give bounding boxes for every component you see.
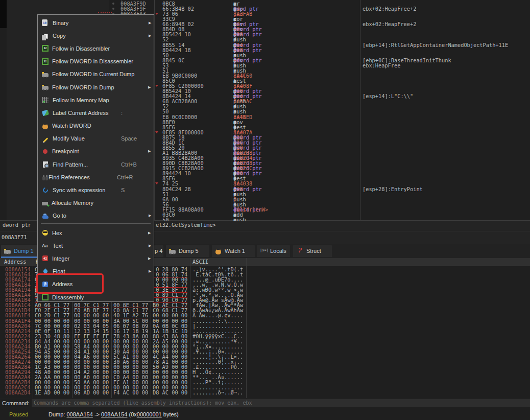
bp-icon: [43, 149, 47, 154]
dump-header-ascii: ASCII: [192, 258, 208, 266]
sync-icon: [42, 186, 49, 194]
dump-row[interactable]: 008AA1E4C0 2D C1 7700 00 00 0040 1E A2 7…: [0, 313, 530, 318]
menu-item-follow-in-disassembler[interactable]: Follow in Disassembler: [38, 42, 154, 55]
dump-status-arrow: ->: [93, 411, 101, 417]
menu-item-shortcut: Ctrl+R: [117, 174, 143, 180]
submenu-arrow-icon: ▶: [149, 244, 151, 248]
submenu-arrow-icon: ▶: [148, 149, 151, 153]
dump-row[interactable]: 008AA2D41E AD 00 0006 AD 00 00F4 AC 00 0…: [0, 390, 530, 395]
menu-item-shortcut: :: [121, 110, 148, 116]
locals-icon: [260, 247, 267, 254]
cat-icon: [42, 125, 48, 129]
menu-item-modify-value[interactable]: Modify ValueSpace: [38, 132, 154, 145]
menu-item-breakpoint[interactable]: Breakpoint▶: [38, 145, 154, 158]
tab-label: Locals: [270, 248, 286, 254]
command-input[interactable]: [32, 399, 530, 407]
pencil-icon: [43, 137, 49, 143]
menu-item-find-pattern[interactable]: Find Pattern...Ctrl+B: [38, 158, 154, 171]
tab-struct[interactable]: Struct: [293, 245, 332, 257]
menu-item-label: Hex: [52, 230, 121, 236]
dump-hex-group: 1E AD 00 00: [35, 390, 69, 395]
debugger-state-badge: Paused: [9, 411, 28, 417]
menu-item-label: Follow DWORD in Disassembler: [52, 58, 121, 64]
annotation-highlight-box: [36, 273, 104, 294]
cat-icon: [215, 250, 221, 254]
menu-item-allocate-memory[interactable]: Allocate Memory: [38, 197, 154, 209]
disassembly-row[interactable]: 008A3F9F66:3B4B 02cmp cx,word ptr ds:[eb…: [0, 6, 530, 11]
command-label: Command:: [2, 400, 30, 406]
truck-icon: [42, 73, 49, 77]
jump-direction-icon: [155, 13, 158, 15]
menu-item-sync-with-expression[interactable]: Sync with expressionS: [38, 183, 154, 196]
instruction-comment: ebx:HeapFree: [363, 63, 400, 68]
menu-item-follow-in-memory-map[interactable]: Follow in Memory Map: [38, 94, 154, 106]
tab-label: Dump 5: [179, 248, 199, 254]
submenu-arrow-icon: ▶: [148, 256, 151, 261]
breakpoint-dot-icon[interactable]: [112, 8, 114, 10]
tab-dump-5[interactable]: Dump 5: [166, 245, 209, 257]
current-address-label: 008A3F71: [2, 234, 27, 241]
tab-dump-1[interactable]: Dump 1: [1, 245, 37, 257]
menu-item-label: Label Current Address: [53, 110, 121, 116]
menu-item-copy[interactable]: Copy▶: [38, 29, 154, 42]
submenu-arrow-icon: ▶: [149, 34, 151, 38]
menu-item-label: Integer: [52, 255, 121, 262]
menu-item-follow-dword-in-disassembler[interactable]: Follow DWORD in Disassembler: [38, 55, 154, 68]
truck-icon: [169, 250, 176, 254]
menu-item-label: Go to: [53, 213, 121, 219]
menu-item-follow-dword-in-dump[interactable]: Follow DWORD in Dump▶: [38, 81, 154, 94]
disassembly-row[interactable]: 008A3F9D0BC8or ecx,eax: [0, 1, 530, 6]
tab-p-4[interactable]: p 4: [154, 245, 163, 257]
dump-size-link[interactable]: 00000001: [137, 411, 162, 417]
instruction-comment: ebx+02:HeapFree+2: [363, 21, 416, 27]
jump-direction-icon: [155, 131, 158, 133]
hexface-icon: [42, 230, 48, 236]
tab-label: Watch 1: [225, 248, 245, 254]
dump-hex-group: 06 AD 00 00: [74, 390, 109, 395]
tab-locals[interactable]: Locals: [257, 245, 290, 257]
goto-icon: [42, 215, 49, 219]
memmap-icon: [42, 97, 49, 103]
menu-item-text[interactable]: Text▶: [38, 239, 154, 252]
label-icon: [42, 110, 49, 116]
dump-ascii: ........ô¬..Ø¬..: [192, 390, 243, 395]
jump-line-dotted: [98, 12, 112, 13]
status-bar: Paused Dump: 008AA154 -> 008AA154 (0x000…: [0, 409, 530, 420]
menu-item-label: Follow DWORD in Dump: [52, 84, 121, 90]
tab-watch-1[interactable]: Watch 1: [212, 245, 255, 257]
submenu-arrow-icon: ▶: [148, 231, 151, 235]
copy-icon: [44, 34, 48, 39]
disasmchip-icon: [42, 294, 49, 300]
menu-item-label: Disassembly: [52, 294, 121, 300]
dump-from-link[interactable]: 008AA154: [66, 411, 92, 417]
info-line-fragment: el32.GetSystemTime>: [156, 222, 216, 228]
menu-item-label: Breakpoint: [52, 148, 121, 154]
menu-item-label-current-address[interactable]: Label Current Address:: [38, 106, 154, 119]
jump-direction-icon: [155, 182, 158, 184]
menu-item-find-references[interactable]: Find ReferencesCtrl+R: [38, 171, 154, 183]
breakpoint-dot-icon[interactable]: [112, 3, 114, 5]
menu-item-integer[interactable]: Integer▶: [38, 252, 154, 265]
jump-direction-icon: [155, 85, 158, 87]
menu-item-label: Find Pattern...: [53, 161, 121, 168]
menu-item-watch-dword[interactable]: Watch DWORD: [38, 120, 154, 132]
dump-hex-group: 00 00 00 00: [74, 313, 109, 318]
command-bar: Command:: [0, 399, 530, 409]
menu-item-follow-dword-in-current-dump[interactable]: Follow DWORD in Current Dump: [38, 68, 154, 81]
menu-item-shortcut: Ctrl+B: [121, 161, 148, 168]
menu-item-shortcut: S: [121, 187, 148, 193]
dump-header-address: Address: [4, 258, 26, 266]
menu-item-label: Text: [53, 243, 121, 249]
text-icon: [42, 242, 49, 249]
menu-item-hex[interactable]: Hex▶: [38, 226, 154, 239]
tab-label: p 4: [155, 248, 162, 254]
menu-item-go-to[interactable]: Go to▶: [38, 209, 154, 222]
binoc-icon: [42, 176, 45, 180]
menu-item-label: Follow in Memory Map: [53, 97, 121, 103]
chip32-icon: [42, 58, 49, 65]
int-icon: [42, 255, 48, 261]
menu-item-binary[interactable]: Binary▶: [38, 16, 154, 29]
dump-to-link[interactable]: 008AA154: [101, 411, 127, 417]
menu-item-label: Binary: [53, 20, 121, 26]
dump-address: 008AA1E4: [5, 313, 31, 318]
